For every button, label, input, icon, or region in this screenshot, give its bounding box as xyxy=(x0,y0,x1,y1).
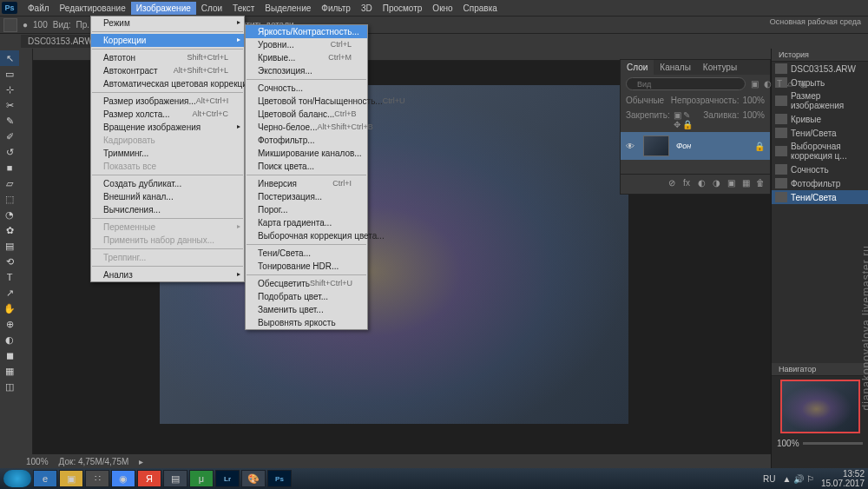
history-snapshot[interactable]: DSC03153.ARW xyxy=(791,64,856,74)
tool-6[interactable]: ↺ xyxy=(0,144,19,160)
tray-icons[interactable]: ▲ 🔊 ⚐ xyxy=(782,474,813,484)
tab-paths[interactable]: Контуры xyxy=(697,60,743,75)
tb-utorrent[interactable]: μ xyxy=(189,470,214,487)
history-step[interactable]: Выборочная коррекция ц... xyxy=(772,140,868,162)
menu-item[interactable]: Создать дубликат... xyxy=(91,177,244,190)
menu-item[interactable]: Тени/Света... xyxy=(246,247,367,260)
new-layer-icon[interactable]: ▦ xyxy=(740,178,752,190)
menu-item[interactable]: Выборочная коррекция цвета... xyxy=(246,229,367,242)
layer-thumbnail[interactable] xyxy=(643,135,669,156)
menu-слои[interactable]: Слои xyxy=(196,2,227,15)
menu-item[interactable]: Фотофильтр... xyxy=(246,134,367,147)
tray-date[interactable]: 15.07.2017 xyxy=(821,479,865,488)
link-icon[interactable]: ⊘ xyxy=(666,178,678,190)
start-button[interactable] xyxy=(3,470,31,487)
tb-app[interactable]: ▤ xyxy=(163,470,187,487)
tb-app[interactable]: ∷ xyxy=(85,470,109,487)
trash-icon[interactable]: 🗑 xyxy=(754,178,766,190)
menu-item[interactable]: Карта градиента... xyxy=(246,216,367,229)
menu-item[interactable]: Сочность... xyxy=(246,82,367,95)
menu-фильтр[interactable]: Фильтр xyxy=(316,2,356,15)
nav-zoom[interactable]: 100% xyxy=(777,439,799,448)
history-step[interactable]: Кривые xyxy=(772,112,868,126)
history-step[interactable]: Тени/Света xyxy=(772,190,868,204)
visibility-icon[interactable]: 👁 xyxy=(626,142,636,151)
tb-chrome[interactable]: ◉ xyxy=(111,470,135,487)
tool-19[interactable]: ◼ xyxy=(0,347,19,363)
filter-icon[interactable]: ▱ xyxy=(787,79,794,89)
workspace-selector[interactable]: Основная рабочая среда xyxy=(770,17,861,26)
menu-item[interactable]: Подобрать цвет... xyxy=(246,290,367,303)
menu-item[interactable]: Поиск цвета... xyxy=(246,160,367,173)
tool-4[interactable]: ✎ xyxy=(0,113,19,129)
tray-time[interactable]: 13:52 xyxy=(821,469,865,479)
tool-11[interactable]: ✿ xyxy=(0,222,19,238)
tool-2[interactable]: ⊹ xyxy=(0,82,19,97)
tab-channels[interactable]: Каналы xyxy=(654,60,697,75)
menu-файл[interactable]: Файл xyxy=(23,2,55,15)
navigator-thumbnail[interactable] xyxy=(780,380,860,433)
menu-item[interactable]: Яркость/Контрастность... xyxy=(246,25,367,38)
menu-редактирование[interactable]: Редактирование xyxy=(55,2,131,15)
tool-12[interactable]: ▤ xyxy=(0,238,19,254)
tb-photoshop[interactable]: Ps xyxy=(267,470,292,487)
menu-item[interactable]: Режим xyxy=(91,17,244,30)
tool-10[interactable]: ◔ xyxy=(0,207,19,222)
blend-mode[interactable]: Обычные xyxy=(626,96,664,105)
tool-7[interactable]: ■ xyxy=(0,160,19,175)
menu-item[interactable]: Порог... xyxy=(246,203,367,216)
tool-20[interactable]: ▦ xyxy=(0,363,19,379)
tool-5[interactable]: ✐ xyxy=(0,129,19,144)
tool-0[interactable]: ↖ xyxy=(0,50,19,66)
layer-item[interactable]: 👁 Фон 🔒 xyxy=(621,132,770,160)
menu-item[interactable]: Вычисления... xyxy=(91,203,244,216)
tool-18[interactable]: ◐ xyxy=(0,332,19,347)
tool-14[interactable]: T xyxy=(0,269,19,285)
fill-value[interactable]: 100% xyxy=(742,110,765,129)
tool-3[interactable]: ✂ xyxy=(0,97,19,113)
menu-item[interactable]: Цветовой баланс...Ctrl+B xyxy=(246,108,367,121)
menu-item[interactable]: Кривые...Ctrl+M xyxy=(246,51,367,64)
menu-item[interactable]: Внешний канал... xyxy=(91,190,244,203)
menu-item[interactable]: Размер холста...Alt+Ctrl+C xyxy=(91,108,244,121)
menu-справка[interactable]: Справка xyxy=(458,2,503,15)
menu-3d[interactable]: 3D xyxy=(356,2,378,15)
filter-icon[interactable]: ◐ xyxy=(764,79,772,89)
menu-просмотр[interactable]: Просмотр xyxy=(378,2,428,15)
nav-slider[interactable] xyxy=(803,442,863,445)
opt-size[interactable]: 100 xyxy=(33,20,48,30)
opacity-value[interactable]: 100% xyxy=(742,96,765,105)
menu-item[interactable]: Анализ xyxy=(91,268,244,281)
history-step[interactable]: Открыть xyxy=(772,76,868,89)
menu-item[interactable]: Уровни...Ctrl+L xyxy=(246,38,367,51)
menu-item[interactable]: АвтоконтрастAlt+Shift+Ctrl+L xyxy=(91,64,244,77)
status-zoom[interactable]: 100% xyxy=(26,457,49,466)
tray-lang[interactable]: RU xyxy=(763,474,775,484)
menu-item[interactable]: Заменить цвет... xyxy=(246,303,367,316)
menu-item[interactable]: ИнверсияCtrl+I xyxy=(246,177,367,190)
adjustment-icon[interactable]: ◑ xyxy=(710,178,722,190)
tool-16[interactable]: ✋ xyxy=(0,301,19,316)
menu-item[interactable]: Автоматическая цветовая коррекцияShift+C… xyxy=(91,77,244,90)
tool-8[interactable]: ▱ xyxy=(0,175,19,191)
menu-item[interactable]: Цветовой тон/Насыщенность...Ctrl+U xyxy=(246,95,367,108)
menu-изображение[interactable]: Изображение xyxy=(131,2,196,15)
mask-icon[interactable]: ◐ xyxy=(695,178,707,190)
history-tab[interactable]: История xyxy=(772,49,868,62)
folder-icon[interactable]: ▣ xyxy=(725,178,737,190)
menu-item[interactable]: Черно-белое...Alt+Shift+Ctrl+B xyxy=(246,121,367,134)
menu-item[interactable]: Коррекции xyxy=(91,34,244,47)
history-step[interactable]: Фотофильтр xyxy=(772,176,868,190)
menu-item[interactable]: Тонирование HDR... xyxy=(246,260,367,273)
status-arrow-icon[interactable]: ▸ xyxy=(139,457,143,466)
layer-name[interactable]: Фон xyxy=(676,142,691,150)
menu-item[interactable]: Микширование каналов... xyxy=(246,147,367,160)
filter-icon[interactable]: ▣ xyxy=(751,79,759,89)
tb-app[interactable]: 🎨 xyxy=(241,470,266,487)
menu-item[interactable]: Выровнять яркость xyxy=(246,316,367,329)
tool-15[interactable]: ↗ xyxy=(0,285,19,301)
menu-окно[interactable]: Окно xyxy=(427,2,457,15)
menu-item[interactable]: Экспозиция... xyxy=(246,64,367,77)
lock-btn[interactable]: ▣ ✎ ✥ 🔒 xyxy=(674,110,700,129)
tool-preset-icon[interactable] xyxy=(3,18,17,32)
